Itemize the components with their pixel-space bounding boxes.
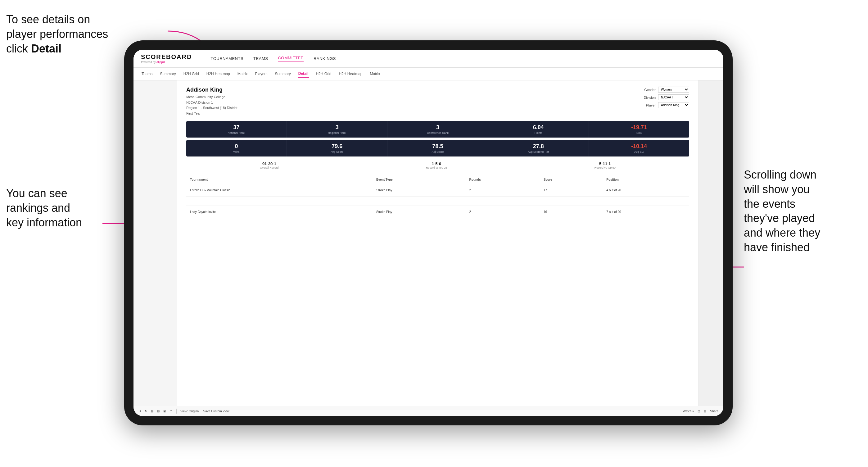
toolbar-icon-6[interactable]: ⊞ bbox=[704, 410, 706, 413]
overall-record-value: 91-20-1 bbox=[260, 161, 278, 166]
stat-national-rank: 37 National Rank bbox=[186, 121, 287, 137]
tab-h2h-grid-1[interactable]: H2H Grid bbox=[183, 70, 199, 77]
tournament-name-3: Lady Coyote Invite bbox=[186, 206, 373, 218]
stat-conference-rank: 3 Conference Rank bbox=[388, 121, 488, 137]
tournament-table: Tournament Event Type Rounds Score Posit… bbox=[186, 176, 689, 218]
position-3: 7 out of 20 bbox=[602, 206, 689, 218]
nav-teams[interactable]: TEAMS bbox=[253, 56, 268, 61]
col-score: Score bbox=[540, 176, 602, 184]
avg-score-value: 79.6 bbox=[289, 143, 385, 150]
tab-h2h-heatmap-2[interactable]: H2H Heatmap bbox=[338, 70, 363, 77]
toolbar-icon-2[interactable]: ⊟ bbox=[157, 410, 160, 413]
logo-powered: Powered by clippd bbox=[141, 61, 192, 64]
national-rank-value: 37 bbox=[189, 124, 284, 131]
sos-value: -19.71 bbox=[591, 124, 687, 131]
player-detail: Addison King Mesa Community College NJCA… bbox=[177, 81, 699, 224]
tab-h2h-grid-2[interactable]: H2H Grid bbox=[315, 70, 332, 77]
tab-summary-2[interactable]: Summary bbox=[274, 70, 291, 77]
table-row: Estella CC- Mountain Classic Stroke Play… bbox=[186, 184, 689, 196]
player-filters: Gender Women Men Division NJCAA bbox=[644, 87, 689, 116]
stat-avg-score-par: 27.8 Avg Score to Par bbox=[488, 140, 589, 156]
col-position: Position bbox=[602, 176, 689, 184]
bottom-toolbar: ↺ ↻ ⊞ ⊟ ⊠ ⏱ View: Original Save Custom V… bbox=[133, 406, 723, 416]
conference-rank-value: 3 bbox=[390, 124, 485, 131]
records-row: 91-20-1 Overall Record 1-5-0 Record vs t… bbox=[186, 159, 689, 172]
nav-committee[interactable]: COMMITTEE bbox=[278, 56, 304, 61]
stat-wins: 0 Wins bbox=[186, 140, 287, 156]
avg-score-par-value: 27.8 bbox=[491, 143, 586, 150]
col-event-type: Event Type bbox=[373, 176, 465, 184]
annotation-topleft: To see details on player performances cl… bbox=[6, 12, 118, 56]
gender-label: Gender bbox=[644, 88, 656, 92]
tab-teams[interactable]: Teams bbox=[141, 70, 153, 77]
rounds-1: 2 bbox=[466, 184, 540, 196]
tab-h2h-heatmap-1[interactable]: H2H Heatmap bbox=[206, 70, 231, 77]
logo-area: SCOREBOARD Powered by clippd bbox=[141, 54, 192, 64]
player-school: Mesa Community College bbox=[186, 94, 237, 100]
watch-button[interactable]: Watch ▾ bbox=[683, 410, 694, 413]
stat-avg-sg: -10.14 Avg SG bbox=[589, 140, 689, 156]
stat-points: 6.04 Points bbox=[488, 121, 589, 137]
record-top50: 5-11-1 Record vs top 50 bbox=[594, 161, 616, 169]
rounds-3: 2 bbox=[466, 206, 540, 218]
record-overall: 91-20-1 Overall Record bbox=[260, 161, 278, 169]
score-1: 17 bbox=[540, 184, 602, 196]
app-container: SCOREBOARD Powered by clippd TOURNAMENTS… bbox=[133, 50, 723, 416]
tab-detail[interactable]: Detail bbox=[298, 70, 309, 77]
tab-matrix-2[interactable]: Matrix bbox=[369, 70, 381, 77]
record-top25: 1-5-0 Record vs top 25 bbox=[426, 161, 447, 169]
main-content: Addison King Mesa Community College NJCA… bbox=[133, 81, 723, 406]
nav-tournaments[interactable]: TOURNAMENTS bbox=[211, 56, 243, 61]
col-tournament: Tournament bbox=[186, 176, 373, 184]
wins-value: 0 bbox=[189, 143, 284, 150]
event-type-1: Stroke Play bbox=[373, 184, 465, 196]
regional-rank-value: 3 bbox=[289, 124, 385, 131]
top25-record-value: 1-5-0 bbox=[426, 161, 447, 166]
sub-nav: Teams Summary H2H Grid H2H Heatmap Matri… bbox=[133, 68, 723, 81]
col-rounds: Rounds bbox=[466, 176, 540, 184]
tab-players[interactable]: Players bbox=[254, 70, 268, 77]
conference-rank-label: Conference Rank bbox=[390, 131, 485, 134]
points-value: 6.04 bbox=[491, 124, 586, 131]
left-panel bbox=[133, 81, 177, 406]
avg-sg-value: -10.14 bbox=[591, 143, 687, 150]
nav-items: TOURNAMENTS TEAMS COMMITTEE RANKINGS bbox=[211, 56, 336, 61]
player-year: First Year bbox=[186, 111, 237, 117]
toolbar-icon-3[interactable]: ⊠ bbox=[163, 410, 166, 413]
gender-select[interactable]: Women Men bbox=[658, 87, 689, 93]
nav-rankings[interactable]: RANKINGS bbox=[314, 56, 336, 61]
division-select[interactable]: NJCAA I NJCAA II bbox=[658, 94, 689, 100]
save-custom-button[interactable]: Save Custom View bbox=[203, 410, 229, 413]
view-original-button[interactable]: View: Original bbox=[180, 410, 199, 413]
top25-record-label: Record vs top 25 bbox=[426, 166, 447, 169]
tablet-device: SCOREBOARD Powered by clippd TOURNAMENTS… bbox=[124, 40, 733, 426]
table-row-empty bbox=[186, 196, 689, 206]
sidebar bbox=[699, 81, 723, 406]
sos-label: SoS bbox=[591, 131, 687, 134]
stats-row-2: 0 Wins 79.6 Avg Score 78.5 Adj Score bbox=[186, 140, 689, 156]
tab-summary-1[interactable]: Summary bbox=[159, 70, 176, 77]
toolbar-icon-4[interactable]: ⏱ bbox=[169, 410, 173, 413]
player-select[interactable]: Addison King bbox=[658, 102, 689, 108]
undo-button[interactable]: ↺ bbox=[138, 410, 141, 413]
logo-scoreboard: SCOREBOARD bbox=[141, 54, 192, 61]
division-label: Division bbox=[644, 96, 656, 99]
share-button[interactable]: Share bbox=[710, 410, 718, 413]
top50-record-label: Record vs top 50 bbox=[594, 166, 616, 169]
toolbar-icon-1[interactable]: ⊞ bbox=[151, 410, 153, 413]
adj-score-label: Adj Score bbox=[390, 150, 485, 153]
stat-sos: -19.71 SoS bbox=[589, 121, 689, 137]
score-3: 16 bbox=[540, 206, 602, 218]
toolbar-divider bbox=[176, 409, 177, 413]
redo-button[interactable]: ↻ bbox=[145, 410, 147, 413]
adj-score-value: 78.5 bbox=[390, 143, 485, 150]
top50-record-value: 5-11-1 bbox=[594, 161, 616, 166]
content-area[interactable]: Addison King Mesa Community College NJCA… bbox=[177, 81, 699, 406]
toolbar-icon-5[interactable]: ⊡ bbox=[698, 410, 700, 413]
avg-sg-label: Avg SG bbox=[591, 150, 687, 153]
stat-regional-rank: 3 Regional Rank bbox=[287, 121, 388, 137]
tab-matrix-1[interactable]: Matrix bbox=[237, 70, 248, 77]
top-nav: SCOREBOARD Powered by clippd TOURNAMENTS… bbox=[133, 50, 723, 68]
player-info: Addison King Mesa Community College NJCA… bbox=[186, 87, 237, 116]
player-filter-row: Player Addison King bbox=[646, 102, 689, 108]
